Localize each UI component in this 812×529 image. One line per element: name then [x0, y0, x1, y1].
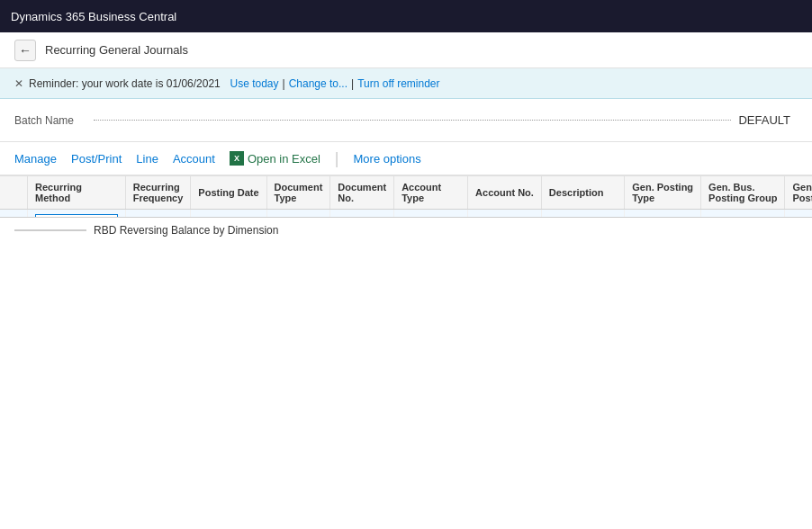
th-account-type: AccountType	[394, 176, 468, 210]
th-document-no: DocumentNo.	[330, 176, 394, 210]
th-arrow	[0, 176, 28, 210]
account-button[interactable]: Account	[173, 150, 215, 167]
reminder-close-button[interactable]: ✕	[14, 77, 23, 90]
open-in-excel-button[interactable]: X Open in Excel	[230, 149, 320, 167]
back-button[interactable]: ←	[14, 40, 36, 61]
excel-icon: X	[230, 151, 244, 166]
th-description: Description	[541, 176, 624, 210]
batch-area: Batch Name DEFAULT	[0, 99, 812, 142]
th-gen-bus-posting-group: Gen. Bus.Posting Group	[701, 176, 785, 210]
reminder-text: Reminder: your work date is 01/06/2021	[29, 77, 221, 90]
use-today-link[interactable]: Use today	[230, 77, 278, 90]
title-bar: Dynamics 365 Business Central	[0, 0, 812, 32]
app-title: Dynamics 365 Business Central	[11, 10, 176, 23]
th-account-no: Account No.	[468, 176, 542, 210]
reminder-bar: ✕ Reminder: your work date is 01/06/2021…	[0, 68, 812, 99]
nav-bar: ← Recurring General Journals	[0, 32, 812, 68]
manage-button[interactable]: Manage	[14, 150, 57, 167]
separator2: |	[351, 77, 354, 90]
action-bar: Manage Post/Print Line Account X Open in…	[0, 142, 812, 176]
page-title: Recurring General Journals	[45, 43, 188, 57]
change-to-link[interactable]: Change to...	[289, 77, 347, 90]
divider: |	[335, 150, 339, 166]
th-recurring-method: RecurringMethod	[28, 176, 126, 210]
more-options-button[interactable]: More options	[354, 150, 421, 167]
line-button[interactable]: Line	[136, 150, 158, 167]
open-in-excel-label: Open in Excel	[248, 152, 320, 166]
table-container: RecurringMethod RecurringFrequency Posti…	[0, 176, 812, 242]
th-recurring-frequency: RecurringFrequency	[125, 176, 191, 210]
post-print-button[interactable]: Post/Print	[71, 150, 122, 167]
th-gen-prod-posting-group: Gen. Prod.Posting Group	[785, 176, 812, 210]
th-document-type: DocumentType	[266, 176, 330, 210]
batch-dots	[94, 120, 731, 121]
back-icon: ←	[19, 43, 32, 58]
th-posting-date: Posting Date	[191, 176, 266, 210]
th-gen-posting-type: Gen. PostingType	[625, 176, 701, 210]
turn-off-reminder-link[interactable]: Turn off reminder	[357, 77, 439, 90]
table-header-row: RecurringMethod RecurringFrequency Posti…	[0, 176, 812, 210]
batch-name-label: Batch Name	[14, 114, 86, 127]
tooltip-bar: RBD Reversing Balance by Dimension	[0, 217, 812, 242]
separator1: |	[283, 77, 285, 90]
batch-name-value: DEFAULT	[738, 113, 798, 127]
tooltip-text: RBD Reversing Balance by Dimension	[94, 224, 278, 237]
